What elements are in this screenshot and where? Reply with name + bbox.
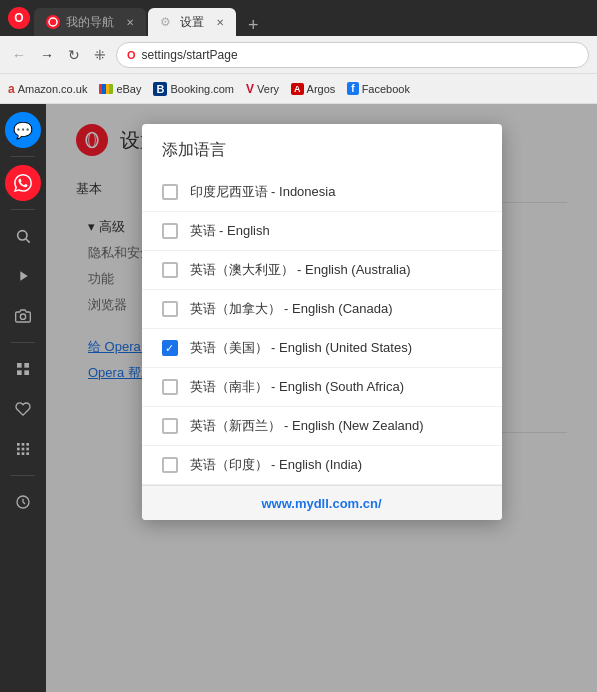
forward-button[interactable]: →: [36, 43, 58, 67]
address-bar[interactable]: O settings/startPage: [116, 42, 589, 68]
lang-label-english-za: 英语（南非） - English (South Africa): [190, 378, 405, 396]
sidebar: 💬: [0, 104, 46, 692]
bookmark-ebay[interactable]: eBay: [99, 83, 141, 95]
sidebar-item-heart[interactable]: [5, 391, 41, 427]
lang-label-english-au: 英语（澳大利亚） - English (Australia): [190, 261, 411, 279]
new-tab-button[interactable]: +: [242, 15, 265, 36]
svg-point-3: [20, 314, 25, 319]
address-text: settings/startPage: [142, 48, 238, 62]
checkbox-english[interactable]: [162, 223, 178, 239]
bookmark-very[interactable]: V Very: [246, 82, 279, 96]
watermark-text: www.mydll.com.cn/: [261, 496, 381, 511]
sidebar-divider-4: [11, 475, 35, 476]
tab-settings-close[interactable]: ✕: [216, 17, 224, 28]
lang-label-english-nz: 英语（新西兰） - English (New Zealand): [190, 417, 424, 435]
lang-label-english-in: 英语（印度） - English (India): [190, 456, 363, 474]
nav-bar: ← → ↻ ⁜ O settings/startPage: [0, 36, 597, 74]
sidebar-item-play[interactable]: [5, 258, 41, 294]
bookmark-amazon-label: Amazon.co.uk: [18, 83, 88, 95]
sidebar-item-whatsapp[interactable]: [5, 165, 41, 201]
checkbox-english-au[interactable]: [162, 262, 178, 278]
svg-rect-11: [17, 448, 20, 451]
tab-navigation-label: 我的导航: [66, 14, 114, 31]
sidebar-divider-2: [11, 209, 35, 210]
tab-bar: 我的导航 ✕ ⚙ 设置 ✕ +: [34, 0, 589, 36]
svg-rect-7: [24, 370, 29, 375]
lang-label-english: 英语 - English: [190, 222, 270, 240]
lang-item-english-us[interactable]: ✓ 英语（美国） - English (United States): [142, 329, 502, 368]
dialog-language-list: 印度尼西亚语 - Indonesia 英语 - English 英语（澳大利亚）…: [142, 173, 502, 485]
sidebar-item-grid2[interactable]: [5, 431, 41, 467]
lang-item-english-au[interactable]: 英语（澳大利亚） - English (Australia): [142, 251, 502, 290]
tab-navigation-close[interactable]: ✕: [126, 17, 134, 28]
checkbox-english-nz[interactable]: [162, 418, 178, 434]
svg-point-0: [49, 18, 57, 26]
lang-item-indonesia[interactable]: 印度尼西亚语 - Indonesia: [142, 173, 502, 212]
bookmark-very-label: Very: [257, 83, 279, 95]
checkbox-english-in[interactable]: [162, 457, 178, 473]
amazon-icon: a: [8, 82, 15, 96]
lang-item-english[interactable]: 英语 - English: [142, 212, 502, 251]
checkbox-english-us[interactable]: ✓: [162, 340, 178, 356]
checkbox-indonesia[interactable]: [162, 184, 178, 200]
svg-rect-15: [22, 452, 25, 455]
grid-button[interactable]: ⁜: [90, 43, 110, 67]
svg-line-2: [26, 239, 30, 243]
lang-item-english-in[interactable]: 英语（印度） - English (India): [142, 446, 502, 485]
sidebar-divider-3: [11, 342, 35, 343]
lang-label-indonesia: 印度尼西亚语 - Indonesia: [190, 183, 336, 201]
gear-tab-icon: ⚙: [160, 15, 174, 29]
back-button[interactable]: ←: [8, 43, 30, 67]
svg-rect-8: [17, 443, 20, 446]
tab-settings[interactable]: ⚙ 设置 ✕: [148, 8, 236, 36]
booking-icon: B: [153, 82, 167, 96]
lang-item-english-za[interactable]: 英语（南非） - English (South Africa): [142, 368, 502, 407]
svg-rect-12: [22, 448, 25, 451]
lang-item-english-nz[interactable]: 英语（新西兰） - English (New Zealand): [142, 407, 502, 446]
sidebar-divider-1: [11, 156, 35, 157]
sidebar-item-camera[interactable]: [5, 298, 41, 334]
dialog-overlay: 添加语言 印度尼西亚语 - Indonesia 英语 - English: [46, 104, 597, 692]
facebook-icon: f: [347, 82, 358, 95]
ebay-icon: [99, 84, 113, 94]
sidebar-item-search[interactable]: [5, 218, 41, 254]
sidebar-item-clock[interactable]: [5, 484, 41, 520]
tab-navigation[interactable]: 我的导航 ✕: [34, 8, 146, 36]
sidebar-item-grid[interactable]: [5, 351, 41, 387]
svg-rect-4: [17, 363, 22, 368]
opera-tab-icon: [46, 15, 60, 29]
browser-frame: O 我的导航 ✕ ⚙ 设置 ✕ + ← → ↻ ⁜ O settings/sta…: [0, 0, 597, 692]
svg-point-1: [18, 231, 27, 240]
checkbox-english-za[interactable]: [162, 379, 178, 395]
svg-rect-5: [24, 363, 29, 368]
dialog-footer: www.mydll.com.cn/: [142, 485, 502, 520]
lang-label-english-ca: 英语（加拿大） - English (Canada): [190, 300, 393, 318]
main-content: 💬: [0, 104, 597, 692]
bookmark-booking-label: Booking.com: [170, 83, 234, 95]
svg-rect-13: [26, 448, 29, 451]
svg-rect-14: [17, 452, 20, 455]
tab-settings-label: 设置: [180, 14, 204, 31]
opera-logo[interactable]: O: [8, 7, 30, 29]
lang-label-english-us: 英语（美国） - English (United States): [190, 339, 413, 357]
svg-rect-16: [26, 452, 29, 455]
bookmark-ebay-label: eBay: [116, 83, 141, 95]
bookmark-facebook[interactable]: f Facebook: [347, 82, 410, 95]
reload-button[interactable]: ↻: [64, 43, 84, 67]
svg-rect-6: [17, 370, 22, 375]
argos-icon: A: [291, 83, 304, 95]
bookmark-facebook-label: Facebook: [362, 83, 410, 95]
bookmarks-bar: a Amazon.co.uk eBay B Booking.com V Very…: [0, 74, 597, 104]
svg-rect-9: [22, 443, 25, 446]
bookmark-amazon[interactable]: a Amazon.co.uk: [8, 82, 87, 96]
bookmark-argos-label: Argos: [307, 83, 336, 95]
bookmark-argos[interactable]: A Argos: [291, 83, 335, 95]
checkbox-english-ca[interactable]: [162, 301, 178, 317]
page-content: 设置 基本 ▾ 高级 隐私和安全 功能 浏览器 给 Opera 评价 Opera…: [46, 104, 597, 692]
title-bar: O 我的导航 ✕ ⚙ 设置 ✕ +: [0, 0, 597, 36]
sidebar-item-messenger[interactable]: 💬: [5, 112, 41, 148]
svg-rect-10: [26, 443, 29, 446]
bookmark-booking[interactable]: B Booking.com: [153, 82, 234, 96]
lang-item-english-ca[interactable]: 英语（加拿大） - English (Canada): [142, 290, 502, 329]
add-language-dialog: 添加语言 印度尼西亚语 - Indonesia 英语 - English: [142, 124, 502, 520]
